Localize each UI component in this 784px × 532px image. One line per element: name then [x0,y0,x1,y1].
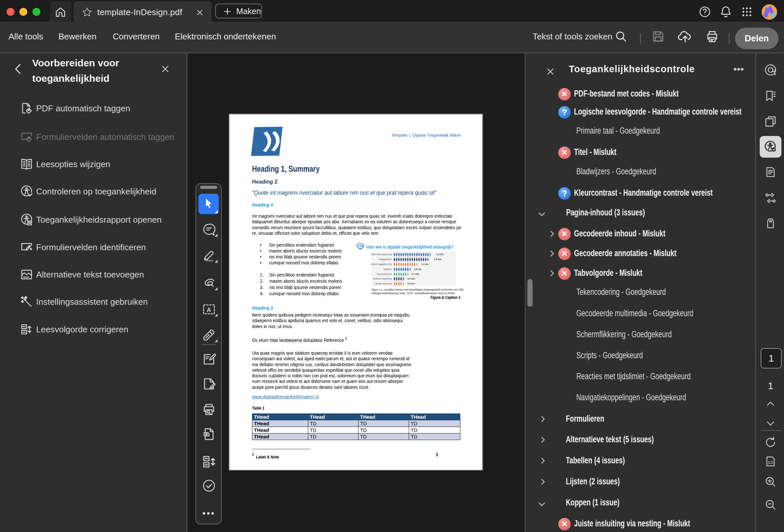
svg-text:VNG: VNG [358,244,364,247]
svg-text:1:1: 1:1 [768,461,773,464]
svg-text:A: A [207,307,211,313]
